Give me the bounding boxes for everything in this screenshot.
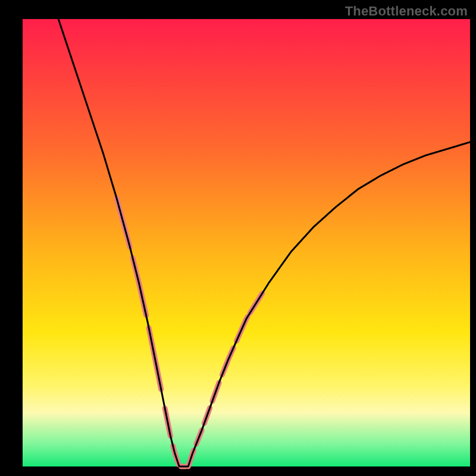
plot-area xyxy=(23,19,470,466)
curve-layer xyxy=(23,19,470,466)
watermark-text: TheBottleneck.com xyxy=(345,4,468,19)
bottleneck-curve xyxy=(58,19,470,466)
chart-root: TheBottleneck.com xyxy=(0,0,476,476)
